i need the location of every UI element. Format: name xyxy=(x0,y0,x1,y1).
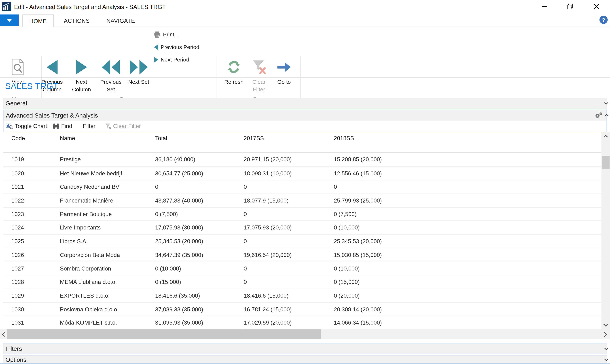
binoculars-icon xyxy=(53,123,59,129)
window-bottom-edge xyxy=(0,363,610,364)
horizontal-scrollbar-thumb[interactable] xyxy=(7,329,321,339)
go-to-arrow-icon xyxy=(277,56,291,78)
table-cell: Móda-KOMPLET s.r.o. xyxy=(60,316,117,330)
table-cell: Francematic Manière xyxy=(60,194,113,208)
table-row[interactable]: 1019Prestige36,180 (40,000)20,971.15 (20… xyxy=(3,153,601,166)
table-row[interactable]: 1021Candoxy Nederland BV000 xyxy=(3,180,601,194)
fasttab-filters[interactable]: Filters xyxy=(3,343,607,354)
gears-icon[interactable] xyxy=(595,112,603,119)
next-set-button[interactable]: Next Set xyxy=(125,56,152,86)
table-cell: 15,208.85 (20,000) xyxy=(334,153,382,166)
table-body: 1019Prestige36,180 (40,000)20,971.15 (20… xyxy=(3,153,601,329)
toggle-chart-button[interactable]: Toggle Chart xyxy=(6,123,47,129)
table-cell: 17,075.93 (30,000) xyxy=(155,221,203,234)
vertical-scrollbar-thumb[interactable] xyxy=(602,156,610,169)
fasttab-analysis-header[interactable]: Advanced Sales Target & Analysis xyxy=(3,110,606,121)
fasttab-options-label: Options xyxy=(5,355,27,364)
table-cell: 14,066.34 (15,000) xyxy=(334,316,382,330)
previous-period-button[interactable]: Previous Period xyxy=(154,43,199,51)
table-row[interactable]: 1024Livre Importants17,075.93 (30,000)17… xyxy=(3,221,601,234)
help-question-icon: ? xyxy=(602,17,605,23)
column-header-name[interactable]: Name xyxy=(60,135,75,141)
table-row[interactable]: 1026Corporación Beta Moda34,647.39 (35,0… xyxy=(3,248,601,261)
table-row[interactable]: 1029EXPORTLES d.o.o.18,416.6 (35,000)18,… xyxy=(3,289,601,302)
table-row[interactable]: 1025Libros S.A.25,345.53 (20,000)025,345… xyxy=(3,234,601,248)
table-cell: 1020 xyxy=(11,167,24,180)
table-row[interactable]: 1020Het Nieuwe Mode bedrijf30,654.77 (25… xyxy=(3,166,601,180)
clear-filter-toolbar-button: Clear Filter xyxy=(105,123,141,129)
table-cell: 0 xyxy=(244,235,247,248)
filter-button[interactable]: Filter xyxy=(83,123,95,129)
tab-home[interactable]: HOME xyxy=(22,14,53,27)
table-cell: 25,345.53 (20,000) xyxy=(155,235,203,248)
table-row[interactable]: 1023Parmentier Boutique0 (7,500)00 (7,50… xyxy=(3,207,601,221)
table-cell: EXPORTLES d.o.o. xyxy=(60,289,110,302)
table-cell: Libros S.A. xyxy=(60,235,88,248)
table-cell: MEMA Ljubljana d.o.o. xyxy=(60,275,117,289)
table-cell: 12,556.46 (15,000) xyxy=(334,167,382,180)
scroll-right-icon[interactable] xyxy=(604,332,607,337)
table-cell: 43,877.83 (40,000) xyxy=(155,194,203,208)
fasttab-analysis: Advanced Sales Target & Analysis xyxy=(3,110,607,132)
table-cell: Parmentier Boutique xyxy=(60,208,112,221)
column-header-2018ss[interactable]: 2018SS xyxy=(334,135,354,141)
close-button[interactable] xyxy=(588,0,604,13)
scroll-left-icon[interactable] xyxy=(2,332,5,337)
horizontal-scrollbar[interactable] xyxy=(0,329,610,339)
fasttab-options[interactable]: Options xyxy=(3,355,607,364)
fasttab-general[interactable]: General xyxy=(3,98,607,109)
printer-icon xyxy=(154,31,161,38)
tab-navigate[interactable]: NAVIGATE xyxy=(100,14,141,27)
next-period-button[interactable]: Next Period xyxy=(154,56,189,64)
analysis-table: Code Name Total 2017SS 2018SS 1019Presti… xyxy=(3,132,601,329)
table-cell: 18,416.6 (15,000) xyxy=(244,289,289,302)
vertical-scrollbar[interactable] xyxy=(601,132,610,329)
close-icon xyxy=(594,4,599,9)
table-cell: 1023 xyxy=(11,208,24,221)
table-cell: 20,308.14 (20,000) xyxy=(334,302,382,316)
minimize-button[interactable] xyxy=(536,0,552,13)
scroll-up-icon[interactable] xyxy=(603,135,608,138)
chevron-up-icon xyxy=(605,114,609,117)
table-cell: 0 (15,000) xyxy=(334,275,360,289)
ribbon: Manage Process Page View Previous Column xyxy=(0,27,610,78)
go-to-button[interactable]: Go to xyxy=(274,56,294,86)
column-header-code[interactable]: Code xyxy=(11,135,25,141)
print-button[interactable]: Print… xyxy=(154,31,180,38)
fasttab-analysis-label: Advanced Sales Target & Analysis xyxy=(6,110,98,121)
application-window: Edit - Advanced Sales Target and Analysi… xyxy=(0,0,610,364)
chevron-down-icon xyxy=(604,359,609,361)
previous-set-button[interactable]: Previous Set xyxy=(97,56,125,93)
scroll-down-icon[interactable] xyxy=(603,324,608,326)
help-button[interactable]: ? xyxy=(599,16,608,24)
clear-filter-small-icon xyxy=(105,123,111,129)
restore-button[interactable] xyxy=(562,0,578,13)
table-row[interactable]: 1028MEMA Ljubljana d.o.o.0 (15,000)00 (1… xyxy=(3,275,601,289)
table-cell: 18,077.9 (15,000) xyxy=(244,194,289,208)
table-cell: 30,654.77 (25,000) xyxy=(155,167,203,180)
table-cell: 0 (7,500) xyxy=(155,208,178,221)
column-header-total[interactable]: Total xyxy=(155,135,167,141)
view-document-magnifier-icon xyxy=(11,56,24,78)
app-bar-chart-icon xyxy=(2,2,11,11)
table-cell: 0 xyxy=(334,180,337,194)
double-arrow-left-icon xyxy=(102,56,120,78)
table-cell: 1025 xyxy=(11,235,24,248)
table-cell: 18,098.31 (10,000) xyxy=(244,167,292,180)
application-menu-button[interactable] xyxy=(0,14,19,26)
page-title: SALES TRGT xyxy=(5,81,58,91)
find-button[interactable]: Find xyxy=(53,123,72,129)
column-header-2017ss[interactable]: 2017SS xyxy=(244,135,264,141)
table-row[interactable]: 1027Sombra Corporation0 (10,000)00 (10,0… xyxy=(3,261,601,275)
clear-filter-button: Clear Filter xyxy=(247,56,271,93)
table-row[interactable]: 1031Móda-KOMPLET s.r.o.31,095.93 (35,000… xyxy=(3,316,601,329)
refresh-button[interactable]: Refresh xyxy=(222,56,246,86)
tab-actions[interactable]: ACTIONS xyxy=(59,14,95,27)
next-column-button[interactable]: Next Column xyxy=(68,56,94,93)
table-row[interactable]: 1022Francematic Manière43,877.83 (40,000… xyxy=(3,194,601,207)
double-arrow-right-icon xyxy=(130,56,148,78)
table-row[interactable]: 1030Poslovna Obleka d.o.o.37,089.38 (35,… xyxy=(3,302,601,316)
table-cell: Livre Importants xyxy=(60,221,101,234)
table-cell: 1028 xyxy=(11,275,24,289)
chevron-down-icon xyxy=(604,347,609,350)
